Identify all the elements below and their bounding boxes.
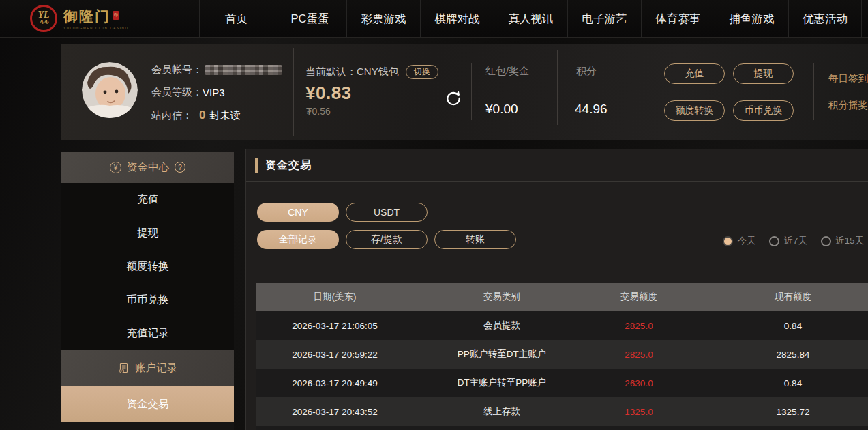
- title-accent-bar: [255, 158, 258, 173]
- points-value: 44.96: [575, 102, 608, 117]
- col-header-balance: 现有额度: [687, 283, 868, 311]
- sidebar-item-withdraw[interactable]: 提现: [61, 216, 234, 250]
- logo-emblem-icon: YL∿∿: [30, 5, 57, 32]
- divider: [557, 50, 558, 125]
- member-inbox-row[interactable]: 站内信： 0 封未读: [151, 109, 240, 122]
- points-lottery-link[interactable]: 积分摇奖: [828, 99, 868, 112]
- usdt-balance: ₮0.56: [306, 106, 331, 117]
- nav-item-slots[interactable]: 电子游艺: [567, 0, 641, 38]
- nav-item-fishing[interactable]: 捕鱼游戏: [715, 0, 788, 38]
- brand-name: 御隆门: [63, 7, 110, 26]
- type-tab-deposit-withdraw[interactable]: 存/提款: [346, 230, 428, 249]
- bonus-value: ¥0.00: [485, 102, 518, 117]
- sidebar-next-item-partial: [61, 422, 234, 430]
- currency-tab-usdt[interactable]: USDT: [346, 203, 428, 222]
- top-nav: YL∿∿ 御隆门 印 YULONGMEN CLUB CASINO 首页 PC蛋蛋…: [0, 0, 868, 38]
- member-level-row: 会员等级： VIP3: [151, 86, 225, 99]
- radio-selected-icon: [723, 236, 733, 246]
- nav-item-sports[interactable]: 体育赛事: [641, 0, 715, 38]
- nav-item-pc-egg[interactable]: PC蛋蛋: [273, 0, 346, 38]
- bonus-label: 红包/奖金: [485, 65, 529, 78]
- radio-icon: [769, 236, 779, 246]
- main-menu: 首页 PC蛋蛋 彩票游戏 棋牌对战 真人视讯 电子游艺 体育赛事 捕鱼游戏 优惠…: [199, 0, 862, 38]
- sidebar-section-funds-center[interactable]: ¥ 资金中心 ?: [61, 152, 234, 183]
- points-label: 积分: [576, 65, 597, 78]
- table-row-partial: [256, 426, 868, 430]
- radio-last-7-days[interactable]: 近7天: [769, 235, 807, 247]
- table-row: 2026-03-17 21:06:05 会员提款 2825.0 0.84: [256, 311, 868, 340]
- refresh-balance-icon[interactable]: [445, 89, 462, 110]
- radio-icon: [821, 236, 831, 246]
- type-tab-all-records[interactable]: 全部记录: [257, 230, 339, 249]
- sidebar-item-deposit[interactable]: 充值: [61, 183, 234, 216]
- member-level-value: VIP3: [203, 87, 225, 98]
- table-header-row: 日期(美东) 交易类别 交易额度 现有额度: [256, 283, 868, 311]
- avatar: [82, 62, 138, 118]
- sidebar-item-funds-transaction[interactable]: 资金交易: [61, 386, 234, 422]
- account-name-blurred: [205, 65, 282, 75]
- divider: [646, 63, 646, 120]
- nav-item-home[interactable]: 首页: [199, 0, 273, 38]
- coin-exchange-button[interactable]: 币币兑换: [733, 100, 794, 121]
- quota-transfer-button[interactable]: 额度转换: [664, 100, 725, 121]
- transactions-table: 日期(美东) 交易类别 交易额度 现有额度 2026-03-17 21:06:0…: [256, 283, 868, 430]
- daily-signin-link[interactable]: 每日签到: [828, 72, 868, 85]
- col-header-amount: 交易额度: [590, 283, 687, 311]
- type-tab-transfer[interactable]: 转账: [434, 230, 516, 249]
- help-icon[interactable]: ?: [175, 162, 185, 173]
- date-filter-group: 今天 近7天 近15天: [723, 235, 864, 247]
- site-logo[interactable]: YL∿∿ 御隆门 印 YULONGMEN CLUB CASINO: [30, 5, 129, 32]
- unread-count: 0: [199, 109, 205, 122]
- panel-header: 资金交易: [246, 149, 868, 182]
- ledger-icon: ¥: [118, 362, 130, 374]
- table-row: 2026-03-17 20:49:49 DT主账户转至PP账户 2630.0 0…: [256, 369, 868, 397]
- col-header-date: 日期(美东): [256, 283, 413, 311]
- nav-item-board-games[interactable]: 棋牌对战: [420, 0, 494, 38]
- member-info-panel: 会员帐号： 会员等级： VIP3 站内信： 0 封未读 当前默认：CNY钱包 切…: [61, 44, 868, 140]
- brand-subtext: YULONGMEN CLUB CASINO: [63, 27, 129, 30]
- col-header-type: 交易类别: [413, 283, 590, 311]
- section-title: 账户记录: [135, 361, 177, 375]
- funds-transaction-panel: 资金交易 CNY USDT 全部记录 存/提款 转账 今天 近7天 近15天 日…: [245, 149, 868, 430]
- switch-wallet-button[interactable]: 切换: [406, 65, 438, 79]
- cny-balance: ¥0.83: [305, 83, 352, 104]
- yuan-coin-icon: ¥: [110, 162, 121, 173]
- currency-tab-cny[interactable]: CNY: [257, 203, 339, 222]
- sidebar-item-coin-exchange[interactable]: 币币兑换: [61, 283, 234, 317]
- sidebar-item-deposit-record[interactable]: 充值记录: [61, 317, 234, 350]
- nav-item-promotions[interactable]: 优惠活动: [788, 0, 862, 38]
- member-account-row: 会员帐号：: [151, 63, 282, 76]
- page-title: 资金交易: [265, 158, 312, 173]
- divider: [813, 63, 814, 120]
- radio-today[interactable]: 今天: [723, 235, 755, 247]
- divider: [471, 63, 472, 120]
- radio-last-15-days[interactable]: 近15天: [821, 235, 864, 247]
- divider: [293, 48, 294, 136]
- table-row: 2026-03-17 20:59:22 PP账户转至DT主账户 2825.0 2…: [256, 340, 868, 369]
- nav-item-live-casino[interactable]: 真人视讯: [494, 0, 567, 38]
- sidebar: ¥ 资金中心 ? 充值 提现 额度转换 币币兑换 充值记录 ¥ 账户记录 资金交…: [61, 152, 234, 430]
- brand-seal-icon: 印: [113, 11, 119, 20]
- default-wallet-row: 当前默认：CNY钱包 切换: [305, 65, 438, 79]
- svg-text:¥: ¥: [121, 369, 123, 373]
- sidebar-section-account-records[interactable]: ¥ 账户记录: [61, 350, 234, 386]
- sidebar-item-quota-transfer[interactable]: 额度转换: [61, 250, 234, 283]
- table-row: 2026-03-17 20:43:52 线上存款 1325.0 1325.72: [256, 397, 868, 426]
- nav-item-lottery[interactable]: 彩票游戏: [346, 0, 420, 38]
- section-title: 资金中心: [127, 160, 169, 175]
- withdraw-button[interactable]: 提现: [733, 63, 794, 84]
- deposit-button[interactable]: 充值: [664, 63, 725, 84]
